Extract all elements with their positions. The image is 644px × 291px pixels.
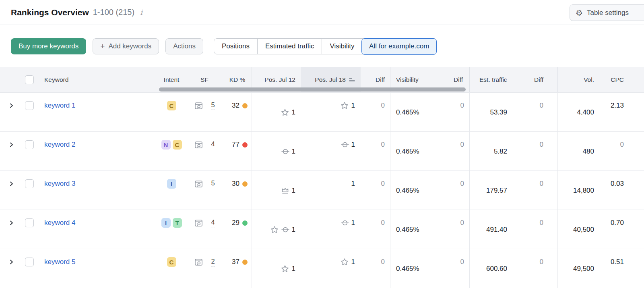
kd-cell: 30 xyxy=(223,171,252,196)
kd-difficulty-dot xyxy=(242,181,248,187)
row-checkbox[interactable] xyxy=(25,218,34,227)
position-diff: 0 xyxy=(361,249,390,274)
divider xyxy=(207,139,207,150)
chevron-right-icon xyxy=(8,141,14,148)
row-checkbox[interactable] xyxy=(25,258,34,266)
table-row: keyword 1C5321100.465%053.3904,4002.13 xyxy=(0,92,644,131)
info-icon[interactable]: i xyxy=(140,8,142,17)
kd-difficulty-dot xyxy=(242,103,248,108)
pos-jul18-value: 1 xyxy=(351,258,355,266)
sort-descending-icon xyxy=(349,78,355,81)
serp-features-count[interactable]: 5 xyxy=(211,101,215,110)
intent-cell: NC xyxy=(157,132,186,157)
header-cell-est-traffic[interactable]: Est. traffic xyxy=(469,67,518,92)
header-cell-cpc[interactable]: CPC xyxy=(600,67,644,92)
cpc-value: 0.51 xyxy=(600,249,644,274)
visibility-diff: 0 xyxy=(438,249,469,274)
serp-features-count[interactable]: 4 xyxy=(211,218,215,227)
row-expander[interactable] xyxy=(0,132,23,157)
row-expander[interactable] xyxy=(0,210,23,235)
serp-features-count[interactable]: 5 xyxy=(211,179,215,188)
keyword-cell: keyword 3 xyxy=(42,171,157,196)
keyword-link[interactable]: keyword 2 xyxy=(42,141,75,149)
row-expander[interactable] xyxy=(0,249,23,274)
star-icon xyxy=(340,101,349,110)
actions-button[interactable]: Actions xyxy=(165,38,203,54)
kd-cell: 37 xyxy=(223,249,252,274)
keyword-cell: keyword 5 xyxy=(42,249,157,274)
row-checkbox[interactable] xyxy=(25,101,34,110)
row-checkbox[interactable] xyxy=(25,179,34,188)
serp-features-cell: 5 xyxy=(186,171,223,196)
pos-jul18-label: Pos. Jul 18 xyxy=(315,76,346,83)
tab-all-for-examplecom[interactable]: All for example.com xyxy=(361,38,437,55)
keyword-link[interactable]: keyword 3 xyxy=(42,180,75,188)
serp-features-cell: 2 xyxy=(186,249,223,274)
serp-features-icon[interactable] xyxy=(194,258,203,267)
intent-badge-commercial[interactable]: C xyxy=(167,257,176,267)
divider xyxy=(207,100,207,111)
intent-badge-informational[interactable]: I xyxy=(161,218,171,228)
intent-badge-navigational[interactable]: N xyxy=(161,140,171,150)
kd-value: 30 xyxy=(232,180,239,188)
pos-jul12: 1 xyxy=(252,249,301,288)
row-checkbox[interactable] xyxy=(25,140,34,149)
row-checkbox-cell xyxy=(23,210,42,235)
table-header: Keyword Intent SF KD % Pos. Jul 12 Pos. … xyxy=(0,67,644,92)
horizontal-scrollbar-thumb[interactable] xyxy=(159,87,466,91)
star-icon xyxy=(281,264,289,273)
keyword-cell: keyword 1 xyxy=(42,93,157,118)
cpc-value: 0.03 xyxy=(600,171,644,196)
row-expander[interactable] xyxy=(0,93,23,118)
header-cell-diff-traffic[interactable]: Diff xyxy=(518,67,557,92)
table-settings-button[interactable]: ⚙ Table settings xyxy=(570,4,644,21)
position-diff: 0 xyxy=(361,132,390,157)
kd-cell: 29 xyxy=(223,210,252,235)
serp-features-icon[interactable] xyxy=(194,140,203,150)
buy-more-keywords-button[interactable]: Buy more keywords xyxy=(11,38,86,54)
kd-value: 77 xyxy=(232,141,239,149)
chevron-right-icon xyxy=(8,220,14,226)
intent-cell: C xyxy=(157,249,186,274)
intent-badge-transactional[interactable]: T xyxy=(173,218,182,228)
kd-cell: 77 xyxy=(223,132,252,157)
volume-value: 4,400 xyxy=(557,93,600,132)
select-all-checkbox[interactable] xyxy=(25,75,34,84)
kd-value: 37 xyxy=(232,258,239,266)
keyword-link[interactable]: keyword 1 xyxy=(42,102,75,110)
position-diff: 0 xyxy=(361,93,390,118)
visibility-diff: 0 xyxy=(438,93,469,118)
tab-estimated-traffic[interactable]: Estimated traffic xyxy=(257,39,322,54)
pos-jul12-value: 1 xyxy=(292,187,295,195)
pos-jul18: 1 xyxy=(301,210,361,235)
intent-badge-commercial[interactable]: C xyxy=(167,101,176,110)
serp-features-icon[interactable] xyxy=(194,179,203,189)
tab-positions[interactable]: Positions xyxy=(214,39,257,54)
table-row: keyword 2NC4771100.465%05.8204800 xyxy=(0,131,644,170)
intent-cell: I xyxy=(157,171,186,196)
table-row: keyword 5C2371100.465%0600.60049,5000.51 xyxy=(0,249,644,288)
gear-icon: ⚙ xyxy=(576,9,583,17)
visibility-value: 0.465% xyxy=(390,210,438,249)
intent-badge-informational[interactable]: I xyxy=(167,179,176,189)
header-cell-volume[interactable]: Vol. xyxy=(557,67,600,92)
add-keywords-button[interactable]: + Add keywords xyxy=(93,38,159,54)
keyword-link[interactable]: keyword 5 xyxy=(42,258,75,266)
pos-jul12: 1 xyxy=(252,93,301,132)
est-traffic-value: 5.82 xyxy=(469,132,518,171)
serp-features-icon[interactable] xyxy=(194,218,203,228)
keyword-link[interactable]: keyword 4 xyxy=(42,219,75,227)
header-cell-checkbox xyxy=(23,67,42,92)
result-range: 1-100 (215) xyxy=(93,8,134,17)
row-expander[interactable] xyxy=(0,171,23,196)
volume-value: 480 xyxy=(557,132,600,171)
serp-features-count[interactable]: 4 xyxy=(211,140,215,149)
tab-visibility[interactable]: Visibility xyxy=(322,39,362,54)
intent-cell: IT xyxy=(157,210,186,235)
volume-value: 40,500 xyxy=(557,210,600,249)
header-cell-keyword[interactable]: Keyword xyxy=(42,67,157,92)
serp-features-count[interactable]: 2 xyxy=(211,258,215,266)
intent-badge-commercial[interactable]: C xyxy=(173,140,182,150)
pos-jul18: 1 xyxy=(301,132,361,157)
serp-features-icon[interactable] xyxy=(194,101,203,110)
